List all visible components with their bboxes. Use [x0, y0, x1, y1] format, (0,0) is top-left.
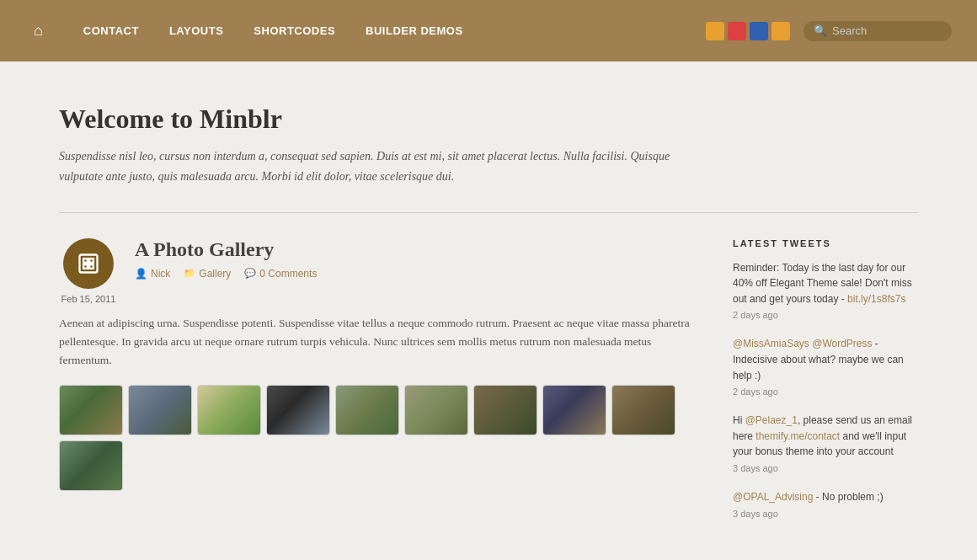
post-article: Feb 15, 2011 A Photo Gallery 👤 Nick 📁 Ga…: [59, 238, 699, 492]
tweet-handle-4[interactable]: @OPAL_Advising: [733, 491, 813, 503]
post-icon-wrap: Feb 15, 2011: [59, 238, 118, 304]
sidebar-tweets-title: LATEST TWEETS: [733, 238, 918, 248]
gallery-thumb[interactable]: [404, 385, 468, 435]
rss-icon[interactable]: [706, 22, 724, 40]
nav-item-builder-demos[interactable]: BUILDER DEMOS: [350, 18, 478, 44]
post-header: Feb 15, 2011 A Photo Gallery 👤 Nick 📁 Ga…: [59, 238, 699, 304]
post-meta: 👤 Nick 📁 Gallery 💬 0 Comments: [135, 268, 317, 280]
welcome-section: Welcome to Minblr Suspendisse nisl leo, …: [59, 87, 918, 213]
tweet-time-1: 2 days ago: [733, 308, 918, 323]
content-row: Feb 15, 2011 A Photo Gallery 👤 Nick 📁 Ga…: [59, 238, 918, 547]
nav-left: ⌂ CONTACT LAYOUTS SHORTCODES BUILDER DEM…: [25, 15, 478, 46]
tweet-time-4: 3 days ago: [733, 507, 918, 521]
facebook-icon[interactable]: [750, 22, 768, 40]
post-category-link[interactable]: Gallery: [199, 268, 231, 280]
post-author-meta: 👤 Nick: [135, 268, 170, 280]
search-input[interactable]: [832, 24, 942, 37]
author-icon: 👤: [135, 268, 147, 280]
nav-item-contact[interactable]: CONTACT: [68, 18, 154, 44]
post-body: Aenean at adipiscing urna. Suspendisse p…: [59, 314, 699, 371]
google-icon[interactable]: [728, 22, 746, 40]
svg-rect-2: [89, 259, 93, 263]
tweet-handle-3[interactable]: @Pelaez_1: [745, 414, 798, 426]
home-nav-item[interactable]: ⌂: [25, 15, 51, 46]
category-icon: 📁: [184, 268, 195, 279]
svg-rect-3: [83, 264, 88, 269]
post-gallery-icon: [63, 238, 114, 289]
svg-rect-1: [83, 259, 88, 263]
tweet-time-3: 3 days ago: [733, 461, 918, 476]
tweet-text-4: - No problem ;): [813, 491, 883, 503]
sidebar-tweets-section: LATEST TWEETS Reminder: Today is the las…: [733, 238, 918, 521]
tweet-item: @OPAL_Advising - No problem ;) 3 days ag…: [733, 489, 918, 521]
svg-rect-4: [89, 264, 93, 269]
nav-item-layouts[interactable]: LAYOUTS: [154, 18, 238, 44]
gallery-thumb[interactable]: [59, 440, 123, 491]
tweet-time-2: 2 days ago: [733, 385, 918, 399]
search-wrap: 🔍: [803, 21, 952, 41]
welcome-text: Suspendisse nisl leo, cursus non interdu…: [59, 147, 716, 187]
tweet-pre-3: Hi: [733, 414, 745, 426]
post-title[interactable]: A Photo Gallery: [135, 238, 317, 261]
post-comments-link[interactable]: 0 Comments: [259, 268, 317, 280]
gallery-grid: [59, 385, 699, 491]
welcome-title: Welcome to Minblr: [59, 104, 918, 135]
gallery-thumb[interactable]: [542, 385, 606, 435]
tweet-item: Reminder: Today is the last day for our …: [733, 260, 918, 323]
post-author-link[interactable]: Nick: [151, 268, 170, 280]
social-icons: [706, 22, 790, 40]
tweet-link-3[interactable]: themify.me/contact: [755, 430, 840, 442]
twitter-icon[interactable]: [771, 22, 790, 40]
navigation: ⌂ CONTACT LAYOUTS SHORTCODES BUILDER DEM…: [0, 0, 977, 61]
main-column: Feb 15, 2011 A Photo Gallery 👤 Nick 📁 Ga…: [59, 238, 699, 547]
tweet-item: Hi @Pelaez_1, please send us an email he…: [733, 413, 918, 476]
sidebar: LATEST TWEETS Reminder: Today is the las…: [733, 238, 918, 547]
post-comments-meta: 💬 0 Comments: [244, 268, 317, 280]
post-category-meta: 📁 Gallery: [184, 268, 231, 280]
nav-item-shortcodes[interactable]: SHORTCODES: [238, 18, 350, 44]
gallery-thumb[interactable]: [473, 385, 537, 435]
nav-right: 🔍: [706, 21, 952, 41]
gallery-thumb[interactable]: [611, 385, 675, 435]
page-wrap: Welcome to Minblr Suspendisse nisl leo, …: [25, 61, 952, 560]
gallery-thumb[interactable]: [197, 385, 261, 435]
comments-icon: 💬: [244, 268, 256, 279]
tweet-handle-2[interactable]: @MissAmiaSays @WordPress: [733, 338, 873, 349]
post-date: Feb 15, 2011: [61, 294, 116, 304]
gallery-thumb[interactable]: [335, 385, 399, 435]
gallery-thumb[interactable]: [266, 385, 330, 435]
tweet-item: @MissAmiaSays @WordPress - Indecisive ab…: [733, 336, 918, 399]
search-icon: 🔍: [814, 24, 827, 38]
gallery-thumb[interactable]: [128, 385, 192, 435]
post-title-area: A Photo Gallery 👤 Nick 📁 Gallery: [135, 238, 317, 280]
tweet-link-1[interactable]: bit.ly/1s8fs7s: [847, 293, 905, 305]
gallery-thumb[interactable]: [59, 385, 123, 435]
